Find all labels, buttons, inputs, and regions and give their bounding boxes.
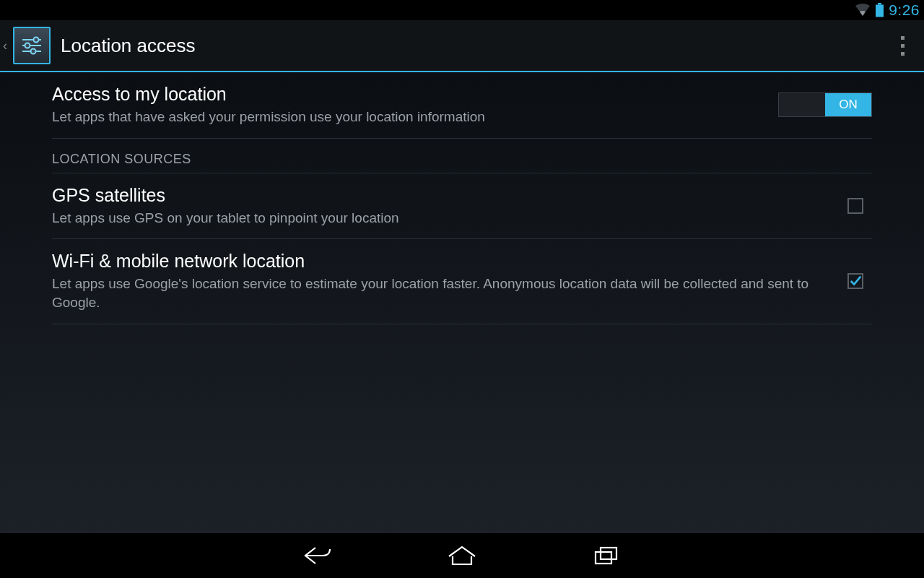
home-button[interactable] — [440, 541, 484, 570]
svg-point-5 — [34, 38, 39, 43]
back-caret-icon: ‹ — [3, 38, 7, 53]
setting-title: GPS satellites — [52, 185, 819, 206]
battery-icon — [875, 3, 884, 17]
recent-apps-button[interactable] — [585, 541, 628, 570]
gps-checkbox[interactable] — [847, 198, 863, 214]
setting-access-location[interactable]: Access to my location Let apps that have… — [52, 72, 872, 139]
svg-rect-1 — [876, 5, 884, 17]
wifi-location-checkbox[interactable] — [847, 273, 863, 289]
setting-title: Access to my location — [52, 84, 749, 105]
setting-subtitle: Let apps use GPS on your tablet to pinpo… — [52, 209, 819, 228]
back-button[interactable] — [296, 541, 339, 570]
setting-gps-satellites[interactable]: GPS satellites Let apps use GPS on your … — [52, 173, 872, 240]
svg-rect-0 — [878, 3, 881, 5]
overflow-dot-icon — [901, 52, 905, 56]
setting-subtitle: Let apps that have asked your permission… — [52, 108, 749, 126]
action-bar: ‹ Location access — [0, 20, 924, 72]
page-title: Location access — [61, 35, 195, 57]
setting-subtitle: Let apps use Google's location service t… — [52, 275, 819, 311]
up-button[interactable]: ‹ Location access — [3, 27, 195, 64]
toggle-off-half — [779, 93, 825, 116]
svg-point-7 — [31, 49, 36, 54]
settings-app-icon — [13, 27, 51, 64]
setting-wifi-network-location[interactable]: Wi-Fi & mobile network location Let apps… — [52, 239, 872, 324]
overflow-dot-icon — [901, 36, 905, 40]
overflow-dot-icon — [901, 44, 905, 48]
svg-rect-8 — [596, 552, 611, 564]
settings-content: Access to my location Let apps that have… — [0, 72, 924, 533]
svg-rect-9 — [601, 548, 616, 559]
setting-title: Wi-Fi & mobile network location — [52, 251, 819, 272]
section-header-location-sources: LOCATION SOURCES — [52, 139, 872, 173]
navigation-bar — [0, 533, 924, 578]
svg-point-6 — [25, 43, 30, 48]
toggle-on-half: ON — [825, 93, 871, 116]
access-location-toggle[interactable]: ON — [778, 92, 872, 117]
overflow-menu-button[interactable] — [888, 27, 917, 64]
status-bar: 9:26 — [0, 0, 924, 20]
status-clock: 9:26 — [889, 1, 920, 19]
wifi-icon — [855, 4, 871, 17]
